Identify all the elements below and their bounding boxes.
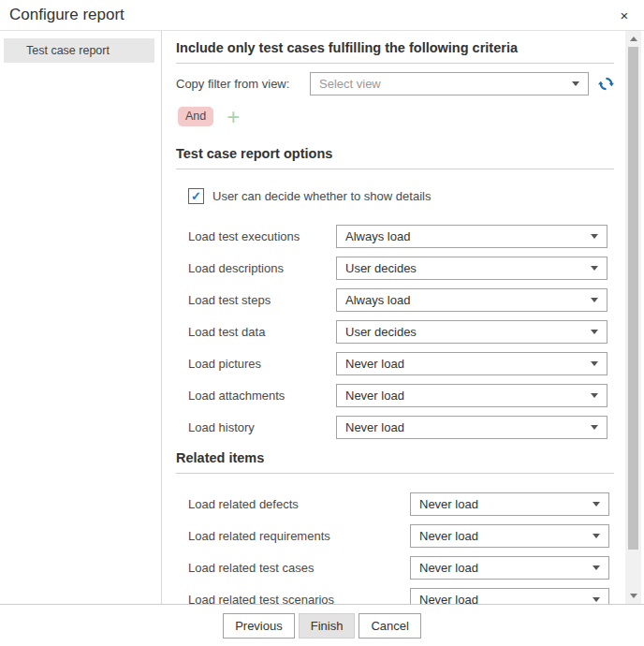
- chevron-down-icon: [591, 234, 598, 239]
- option-row: Load related defects Never load: [188, 492, 614, 516]
- load-pictures-select[interactable]: Never load: [336, 352, 607, 375]
- dialog-body: Test case report Include only test cases…: [0, 31, 644, 604]
- load-test-executions-select[interactable]: Always load: [336, 225, 607, 248]
- option-label: Load descriptions: [188, 261, 336, 275]
- chevron-down-icon: [593, 597, 600, 602]
- load-related-defects-select[interactable]: Never load: [410, 492, 609, 516]
- option-label: Load test data: [188, 325, 336, 339]
- chevron-down-icon: [593, 565, 600, 570]
- load-attachments-select[interactable]: Never load: [336, 384, 607, 407]
- select-value: User decides: [345, 261, 417, 275]
- options-heading: Test case report options: [176, 146, 614, 169]
- option-row: Load related test scenarios Never load: [188, 588, 614, 604]
- option-row: Load test executions Always load: [188, 225, 614, 248]
- chevron-down-icon: [591, 266, 598, 271]
- scrollbar-area: [625, 31, 644, 604]
- select-value: Never load: [345, 357, 404, 371]
- content-panel: Include only test cases fulfilling the f…: [162, 31, 625, 604]
- configure-report-dialog: Configure report × Test case report Incl…: [0, 0, 644, 646]
- option-row: Load test steps Always load: [188, 288, 614, 312]
- load-related-test-scenarios-select[interactable]: Never load: [410, 588, 609, 604]
- option-label: Load pictures: [188, 357, 336, 371]
- criteria-heading: Include only test cases fulfilling the f…: [176, 40, 614, 64]
- load-test-data-select[interactable]: User decides: [336, 320, 607, 344]
- select-value: Always load: [345, 293, 410, 307]
- show-details-checkbox-row: ✓ User can decide whether to show detail…: [188, 188, 614, 204]
- option-row: Load related requirements Never load: [188, 524, 614, 548]
- chevron-down-icon: [591, 298, 598, 302]
- load-descriptions-select[interactable]: User decides: [336, 257, 607, 280]
- select-value: Never load: [419, 529, 478, 543]
- select-value: Never load: [345, 420, 404, 434]
- sidebar-item-test-case-report[interactable]: Test case report: [4, 38, 154, 63]
- scrollbar-thumb[interactable]: [628, 47, 638, 550]
- select-value: User decides: [345, 325, 417, 339]
- option-label: Load related defects: [188, 497, 410, 511]
- chevron-down-icon: [593, 534, 600, 538]
- chevron-down-icon: [591, 361, 598, 366]
- previous-button[interactable]: Previous: [223, 613, 295, 639]
- refresh-icon[interactable]: [597, 76, 614, 93]
- show-details-checkbox-label: User can decide whether to show details: [212, 189, 431, 203]
- select-value: Never load: [419, 593, 478, 604]
- options-rows-group: Load test executions Always load Load de…: [176, 225, 614, 439]
- plus-icon[interactable]: +: [227, 109, 240, 125]
- filter-operator-row: And +: [178, 107, 614, 126]
- option-label: Load attachments: [188, 389, 336, 403]
- chevron-down-icon: [591, 330, 598, 334]
- chevron-down-icon: [591, 393, 598, 398]
- sidebar: Test case report: [0, 31, 162, 604]
- select-value: Always load: [345, 229, 410, 243]
- chevron-down-icon: [591, 425, 598, 430]
- option-row: Load attachments Never load: [188, 384, 614, 407]
- scroll-down-button[interactable]: [625, 588, 641, 604]
- finish-button[interactable]: Finish: [299, 613, 356, 639]
- select-value: Never load: [419, 497, 478, 511]
- scroll-up-button[interactable]: [625, 31, 641, 47]
- option-row: Load related test cases Never load: [188, 556, 614, 580]
- and-operator-badge[interactable]: And: [178, 107, 213, 126]
- option-label: Load related requirements: [188, 529, 410, 543]
- option-row: Load pictures Never load: [188, 352, 614, 375]
- option-label: Load test steps: [188, 293, 336, 307]
- chevron-down-icon: [593, 502, 600, 507]
- cancel-button[interactable]: Cancel: [359, 613, 420, 639]
- option-label: Load related test cases: [188, 561, 410, 575]
- option-row: Load descriptions User decides: [188, 257, 614, 280]
- option-row: Load history Never load: [188, 416, 614, 439]
- option-label: Load related test scenarios: [188, 593, 410, 604]
- option-row: Load test data User decides: [188, 320, 614, 344]
- copy-filter-row: Copy filter from view: Select view: [176, 72, 614, 95]
- load-test-steps-select[interactable]: Always load: [336, 288, 607, 312]
- load-related-test-cases-select[interactable]: Never load: [410, 556, 609, 580]
- copy-filter-label: Copy filter from view:: [176, 77, 310, 91]
- option-label: Load test executions: [188, 229, 336, 243]
- select-value: Never load: [419, 561, 478, 575]
- view-select[interactable]: Select view: [310, 72, 589, 95]
- related-items-heading: Related items: [176, 450, 614, 474]
- related-rows-group: Load related defects Never load Load rel…: [176, 492, 614, 604]
- arrow-up-icon: [630, 37, 637, 41]
- load-related-requirements-select[interactable]: Never load: [410, 524, 609, 548]
- dialog-title: Configure report: [9, 6, 124, 24]
- arrow-down-icon: [630, 594, 637, 598]
- load-history-select[interactable]: Never load: [336, 416, 607, 439]
- chevron-down-icon: [572, 81, 579, 86]
- select-value: Never load: [345, 389, 404, 403]
- close-icon[interactable]: ×: [614, 5, 635, 25]
- dialog-header: Configure report ×: [0, 0, 644, 31]
- view-select-placeholder: Select view: [319, 77, 381, 91]
- dialog-footer: Previous Finish Cancel: [0, 604, 644, 646]
- scrollbar[interactable]: [625, 31, 641, 604]
- option-label: Load history: [188, 420, 336, 434]
- show-details-checkbox[interactable]: ✓: [188, 188, 204, 204]
